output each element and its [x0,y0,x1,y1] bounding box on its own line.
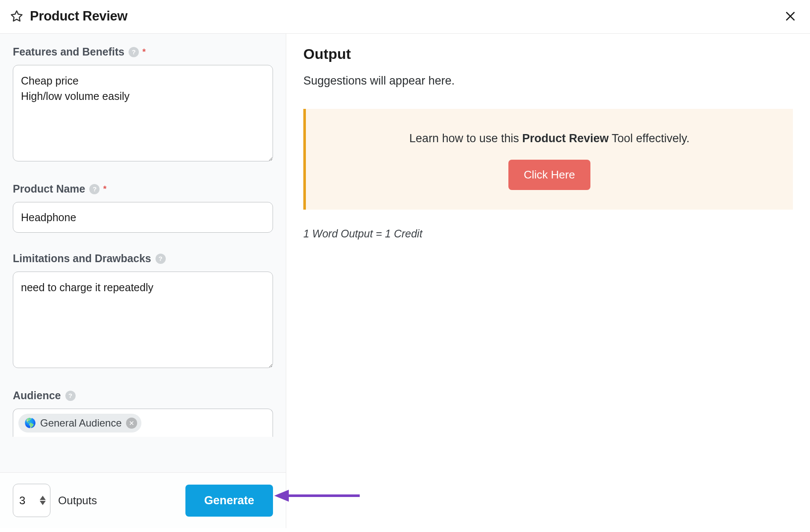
body: Features and Benefits ? * Cheap price Hi… [0,34,810,528]
audience-input[interactable]: 🌎 General Audience [13,409,273,437]
generate-button[interactable]: Generate [185,485,273,517]
help-icon[interactable]: ? [129,47,139,57]
limitations-textarea[interactable]: need to charge it repeatedly [13,272,273,368]
outputs-control: 3 Outputs [13,484,97,517]
outputs-value: 3 [19,494,25,507]
help-icon[interactable]: ? [89,184,100,194]
header-left: Product Review [9,9,127,24]
limitations-label-row: Limitations and Drawbacks ? [13,252,273,265]
action-bar: 3 Outputs Generate [0,472,286,528]
svg-marker-5 [40,496,46,500]
callout-post: Tool effectively. [609,132,690,145]
click-here-button[interactable]: Click Here [508,160,590,190]
product-name-label: Product Name [13,183,85,195]
field-product-name: Product Name ? * [13,183,273,233]
page-title: Product Review [30,9,127,24]
callout-pre: Learn how to use this [409,132,522,145]
callout: Learn how to use this Product Review Too… [303,109,793,210]
output-placeholder: Suggestions will appear here. [303,74,793,88]
audience-label: Audience [13,389,61,402]
outputs-stepper[interactable]: 3 [13,484,50,517]
audience-chip: 🌎 General Audience [18,414,141,433]
chip-remove-icon[interactable] [126,418,137,429]
field-audience: Audience ? 🌎 General Audience [13,389,273,437]
svg-marker-6 [40,501,46,505]
features-label: Features and Benefits [13,46,124,58]
svg-marker-0 [12,11,22,21]
help-icon[interactable]: ? [156,254,166,264]
credit-note: 1 Word Output = 1 Credit [303,228,793,240]
star-icon[interactable] [9,9,24,23]
output-pane: Output Suggestions will appear here. Lea… [286,34,810,528]
required-marker: * [142,47,146,57]
header: Product Review [0,0,810,34]
globe-icon: 🌎 [24,418,36,429]
close-icon[interactable] [783,9,798,24]
limitations-label: Limitations and Drawbacks [13,252,151,265]
field-features: Features and Benefits ? * Cheap price Hi… [13,46,273,163]
callout-text: Learn how to use this Product Review Too… [409,132,690,145]
audience-chip-label: General Audience [40,417,122,429]
features-label-row: Features and Benefits ? * [13,46,273,58]
form-pane: Features and Benefits ? * Cheap price Hi… [0,34,286,528]
stepper-arrows-icon[interactable] [40,496,46,505]
product-name-input[interactable] [13,202,273,233]
required-marker: * [103,184,106,194]
features-textarea[interactable]: Cheap price High/low volume easily [13,65,273,161]
callout-strong: Product Review [522,132,609,145]
product-name-label-row: Product Name ? * [13,183,273,195]
output-title: Output [303,46,793,62]
outputs-label: Outputs [58,494,97,507]
field-limitations: Limitations and Drawbacks ? need to char… [13,252,273,370]
audience-label-row: Audience ? [13,389,273,402]
help-icon[interactable]: ? [65,391,76,401]
form-scroll: Features and Benefits ? * Cheap price Hi… [0,34,286,472]
